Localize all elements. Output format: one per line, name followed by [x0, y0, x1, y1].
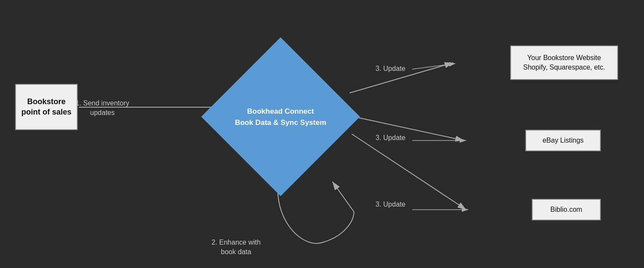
- update2-text: 3. Update: [376, 134, 405, 141]
- enhance-label: 2. Enhance with book data: [212, 238, 261, 257]
- update-label-3: 3. Update: [376, 200, 405, 209]
- send-label-line1: 1. Send inventory: [76, 99, 129, 108]
- svg-line-3: [354, 117, 464, 140]
- svg-line-5: [412, 64, 455, 69]
- ebay-label: eBay Listings: [543, 137, 584, 144]
- website-line2: Shopify, Squarespace, etc.: [523, 63, 605, 72]
- enhance-label-line2: book data: [212, 247, 261, 257]
- biblio-label: Biblio.com: [550, 206, 582, 214]
- pos-box: Bookstore point of sales: [15, 84, 78, 130]
- update3-text: 3. Update: [376, 201, 405, 208]
- website-line1: Your Bookstore Website: [523, 53, 605, 63]
- update1-text: 3. Update: [376, 65, 405, 72]
- diagram-container: Bookstore point of sales 1. Send invento…: [0, 0, 644, 268]
- diamond-wrapper: Bookhead Connect Book Data & Sync System: [212, 48, 350, 186]
- update-label-1: 3. Update: [376, 64, 405, 73]
- biblio-box: Biblio.com: [532, 199, 601, 220]
- enhance-label-line1: 2. Enhance with: [212, 238, 261, 247]
- pos-box-label: Bookstore point of sales: [19, 97, 73, 117]
- ebay-box: eBay Listings: [525, 130, 601, 151]
- svg-line-4: [352, 134, 466, 210]
- send-inventory-label: 1. Send inventory updates: [76, 99, 129, 118]
- website-box: Your Bookstore Website Shopify, Squaresp…: [510, 45, 618, 80]
- send-label-line2: updates: [76, 108, 129, 118]
- update-label-2: 3. Update: [376, 133, 405, 143]
- center-diamond: [201, 37, 360, 196]
